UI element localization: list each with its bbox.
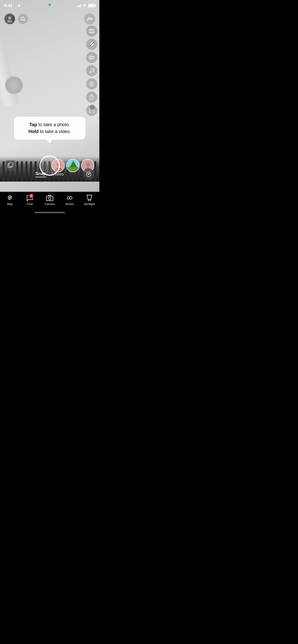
snap-mode-tab[interactable]: Snap (35, 171, 46, 177)
fan-base (5, 76, 23, 94)
home-indicator (34, 212, 65, 213)
scroll-indicator (90, 105, 95, 110)
camera-roll-icon-area (5, 170, 16, 179)
top-nav (0, 11, 99, 26)
music-button[interactable] (86, 65, 97, 76)
camera-icon (46, 194, 53, 201)
svg-point-37 (9, 197, 11, 198)
video-mode-tab[interactable]: Video (52, 172, 64, 177)
signal-bar-3 (79, 5, 80, 7)
camera-roll-button[interactable] (86, 78, 97, 90)
hold-rest: to take a video. (38, 129, 71, 134)
tap-rest: to take a photo. (37, 122, 70, 127)
mode-tabs: Snap Video (35, 171, 64, 177)
nav-item-spotlight[interactable]: Spotlight (79, 194, 99, 206)
svg-line-3 (24, 20, 25, 21)
timer-button[interactable] (86, 92, 97, 103)
chat-label: Chat (27, 202, 33, 206)
flip-camera-button[interactable] (86, 25, 97, 37)
camera-label: Camera (45, 202, 55, 206)
right-toolbar (86, 25, 97, 116)
camera-viewfinder (0, 0, 99, 215)
signal-bar-1 (77, 6, 78, 7)
mode-row: Snap Video (0, 170, 99, 179)
dual-camera-button[interactable] (86, 52, 97, 63)
flash-off-button[interactable] (86, 39, 97, 50)
svg-marker-42 (87, 195, 92, 201)
camera-tooltip: Tap to take a photo. Hold to take a vide… (14, 117, 85, 140)
top-nav-left (4, 13, 28, 24)
map-label: Map (7, 202, 12, 206)
nav-item-chat[interactable]: 2 Chat (20, 194, 40, 206)
signal-bar-2 (78, 6, 79, 7)
stories-icon (66, 194, 73, 201)
wifi-icon (83, 4, 87, 7)
svg-point-11 (90, 57, 92, 58)
avatar-inner (5, 14, 15, 24)
chat-badge: 2 (29, 193, 34, 198)
svg-point-15 (91, 83, 92, 85)
svg-point-39 (48, 197, 51, 200)
bottom-nav: Map 2 Chat Camera Stories (0, 192, 99, 215)
battery-icon (88, 4, 95, 7)
map-icon (6, 194, 13, 201)
svg-point-0 (8, 17, 11, 20)
tap-bold: Tap (29, 122, 37, 127)
camera-roll-mini-button[interactable] (5, 160, 16, 171)
battery-fill (89, 5, 94, 7)
svg-rect-38 (46, 196, 53, 201)
nav-item-stories[interactable]: Stories (60, 194, 79, 206)
location-icon: ▶ (18, 4, 21, 7)
tooltip-text: Tap to take a photo. Hold to take a vide… (20, 121, 80, 135)
svg-rect-24 (9, 163, 13, 167)
svg-point-35 (88, 174, 89, 175)
nav-item-map[interactable]: Map (0, 194, 20, 206)
spotlight-icon (86, 194, 93, 201)
status-icons (77, 4, 96, 7)
add-friend-button[interactable] (84, 13, 95, 24)
svg-point-1 (7, 20, 12, 23)
ai-camera-button[interactable] (83, 169, 94, 180)
svg-point-32 (86, 163, 90, 167)
user-avatar[interactable] (4, 13, 15, 24)
hold-bold: Hold (28, 129, 38, 134)
status-time: 9:41 (4, 3, 12, 8)
fan-arm (0, 20, 19, 109)
signal-bars (77, 4, 81, 7)
nav-item-camera[interactable]: Camera (40, 194, 60, 206)
stories-label: Stories (65, 202, 74, 206)
top-nav-right (84, 13, 95, 24)
signal-bar-4 (80, 4, 81, 7)
search-button[interactable] (18, 14, 28, 24)
spotlight-label: Spotlight (84, 202, 95, 206)
camera-active-dot (48, 4, 51, 6)
